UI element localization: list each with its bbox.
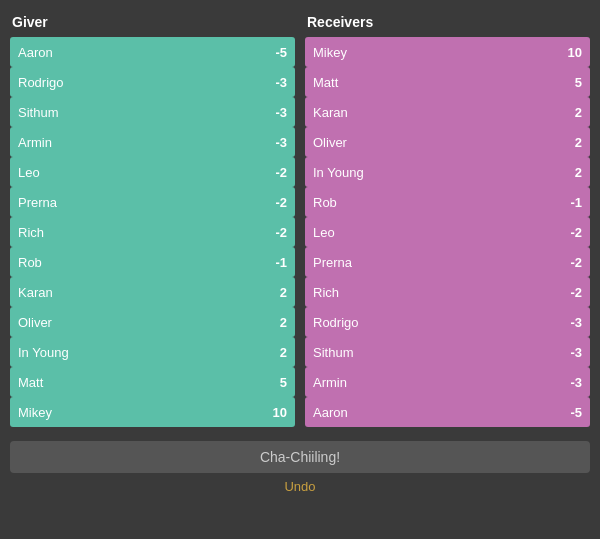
receiver-value: -3: [562, 345, 582, 360]
receiver-name: Aaron: [313, 405, 562, 420]
receiver-value: -2: [562, 225, 582, 240]
receiver-value: -2: [562, 255, 582, 270]
receiver-row: Karan2: [305, 97, 590, 127]
receiver-value: -3: [562, 315, 582, 330]
giver-value: -3: [267, 75, 287, 90]
receiver-name: Matt: [313, 75, 562, 90]
giver-name: Matt: [18, 375, 267, 390]
giver-value: 2: [267, 345, 287, 360]
receiver-name: Sithum: [313, 345, 562, 360]
giver-value: -2: [267, 195, 287, 210]
receiver-rows: Mikey10Matt5Karan2Oliver2In Young2Rob-1L…: [305, 37, 590, 427]
receiver-name: Leo: [313, 225, 562, 240]
receiver-value: -3: [562, 375, 582, 390]
giver-name: Rich: [18, 225, 267, 240]
receiver-name: Rich: [313, 285, 562, 300]
receiver-row: In Young2: [305, 157, 590, 187]
giver-name: Aaron: [18, 45, 267, 60]
giver-name: In Young: [18, 345, 267, 360]
giver-row: In Young2: [10, 337, 295, 367]
receiver-row: Armin-3: [305, 367, 590, 397]
receiver-column: Receivers Mikey10Matt5Karan2Oliver2In Yo…: [305, 10, 590, 427]
giver-column: Giver Aaron-5Rodrigo-3Sithum-3Armin-3Leo…: [10, 10, 295, 427]
giver-name: Karan: [18, 285, 267, 300]
giver-value: -2: [267, 165, 287, 180]
receiver-value: 5: [562, 75, 582, 90]
giver-name: Armin: [18, 135, 267, 150]
giver-row: Prerna-2: [10, 187, 295, 217]
receiver-name: Rodrigo: [313, 315, 562, 330]
receiver-header: Receivers: [305, 10, 590, 34]
giver-row: Mikey10: [10, 397, 295, 427]
receiver-value: 2: [562, 165, 582, 180]
giver-value: -3: [267, 135, 287, 150]
giver-row: Aaron-5: [10, 37, 295, 67]
receiver-row: Rich-2: [305, 277, 590, 307]
giver-name: Rob: [18, 255, 267, 270]
receiver-value: -1: [562, 195, 582, 210]
giver-value: 5: [267, 375, 287, 390]
receiver-name: Armin: [313, 375, 562, 390]
receiver-name: Prerna: [313, 255, 562, 270]
giver-rows: Aaron-5Rodrigo-3Sithum-3Armin-3Leo-2Prer…: [10, 37, 295, 427]
giver-row: Rob-1: [10, 247, 295, 277]
giver-name: Oliver: [18, 315, 267, 330]
receiver-row: Prerna-2: [305, 247, 590, 277]
cha-button[interactable]: Cha-Chiiling!: [10, 441, 590, 473]
receiver-row: Mikey10: [305, 37, 590, 67]
giver-value: 10: [267, 405, 287, 420]
receiver-row: Leo-2: [305, 217, 590, 247]
main-columns: Giver Aaron-5Rodrigo-3Sithum-3Armin-3Leo…: [10, 10, 590, 427]
receiver-value: 2: [562, 135, 582, 150]
receiver-row: Rodrigo-3: [305, 307, 590, 337]
receiver-name: Rob: [313, 195, 562, 210]
giver-value: 2: [267, 285, 287, 300]
giver-row: Rodrigo-3: [10, 67, 295, 97]
receiver-name: Oliver: [313, 135, 562, 150]
giver-row: Karan2: [10, 277, 295, 307]
giver-name: Sithum: [18, 105, 267, 120]
receiver-row: Sithum-3: [305, 337, 590, 367]
giver-row: Oliver2: [10, 307, 295, 337]
giver-value: -1: [267, 255, 287, 270]
undo-button[interactable]: Undo: [284, 479, 315, 494]
giver-row: Rich-2: [10, 217, 295, 247]
receiver-row: Matt5: [305, 67, 590, 97]
giver-name: Leo: [18, 165, 267, 180]
receiver-row: Oliver2: [305, 127, 590, 157]
receiver-row: Aaron-5: [305, 397, 590, 427]
bottom-section: Cha-Chiiling! Undo: [10, 441, 590, 494]
receiver-value: -5: [562, 405, 582, 420]
giver-value: -3: [267, 105, 287, 120]
giver-name: Mikey: [18, 405, 267, 420]
giver-row: Armin-3: [10, 127, 295, 157]
receiver-value: 2: [562, 105, 582, 120]
receiver-name: Mikey: [313, 45, 562, 60]
receiver-value: -2: [562, 285, 582, 300]
giver-row: Leo-2: [10, 157, 295, 187]
giver-value: 2: [267, 315, 287, 330]
receiver-row: Rob-1: [305, 187, 590, 217]
giver-header: Giver: [10, 10, 295, 34]
receiver-value: 10: [562, 45, 582, 60]
giver-name: Rodrigo: [18, 75, 267, 90]
giver-value: -5: [267, 45, 287, 60]
receiver-name: Karan: [313, 105, 562, 120]
giver-row: Sithum-3: [10, 97, 295, 127]
giver-name: Prerna: [18, 195, 267, 210]
receiver-name: In Young: [313, 165, 562, 180]
giver-value: -2: [267, 225, 287, 240]
giver-row: Matt5: [10, 367, 295, 397]
